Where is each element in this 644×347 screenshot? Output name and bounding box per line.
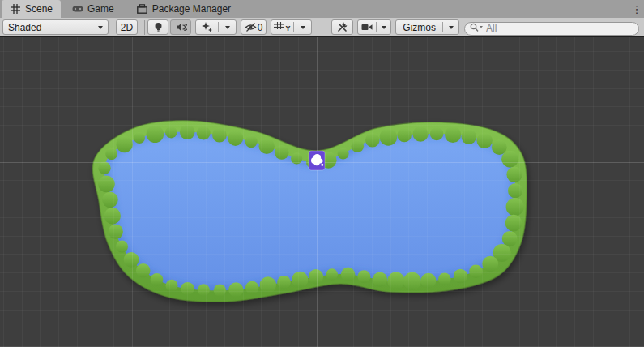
scene-lighting-button[interactable] xyxy=(147,19,168,35)
unity-scene-window: Scene Game Package Manager ⋮ Shaded 2D xyxy=(0,0,644,347)
chevron-down-icon xyxy=(98,26,103,29)
package-icon xyxy=(137,3,148,15)
lightbulb-icon xyxy=(152,21,164,33)
tab-scene[interactable]: Scene xyxy=(2,0,61,18)
eye-slash-icon xyxy=(245,22,257,32)
scene-viewport[interactable] xyxy=(0,37,644,347)
gizmos-dropdown[interactable]: Gizmos xyxy=(395,19,459,35)
effects-sparkle-icon xyxy=(201,21,213,33)
scene-audio-button[interactable] xyxy=(170,19,191,35)
toggle-2d-label: 2D xyxy=(121,22,133,33)
toggle-2d-button[interactable]: 2D xyxy=(116,19,138,35)
tab-game[interactable]: Game xyxy=(64,0,122,18)
gizmos-label: Gizmos xyxy=(403,22,436,33)
draw-mode-label: Shaded xyxy=(8,22,41,33)
gamepad-icon xyxy=(72,3,83,15)
scene-visibility-button[interactable]: 0 xyxy=(241,19,267,35)
chevron-down-icon xyxy=(449,26,454,29)
wrench-screwdriver-icon xyxy=(336,21,348,33)
window-menu-kebab-icon[interactable]: ⋮ xyxy=(629,0,644,18)
tab-scene-label: Scene xyxy=(25,3,53,15)
tool-settings-button[interactable] xyxy=(331,19,353,35)
scene-search xyxy=(464,20,639,34)
scene-camera-dropdown[interactable] xyxy=(357,19,391,35)
chevron-down-icon xyxy=(301,26,305,29)
hidden-object-count: 0 xyxy=(258,22,263,33)
tab-package-manager-label: Package Manager xyxy=(152,3,231,15)
grid-axis-letter: Y xyxy=(285,24,290,34)
grid-axis-icon xyxy=(274,22,284,32)
scene-search-input[interactable] xyxy=(464,22,639,36)
speaker-icon xyxy=(175,21,187,33)
scene-toolbar: Shaded 2D 0 Y xyxy=(0,18,644,37)
sprite-shape-gizmo-icon[interactable] xyxy=(309,151,325,170)
draw-mode-dropdown[interactable]: Shaded xyxy=(2,19,109,35)
grid-visibility-dropdown[interactable]: Y xyxy=(271,19,312,35)
scene-effects-dropdown[interactable] xyxy=(195,19,237,35)
chevron-down-icon xyxy=(382,26,386,29)
scene-grid-icon xyxy=(10,3,21,15)
tab-package-manager[interactable]: Package Manager xyxy=(129,0,239,18)
chevron-down-icon xyxy=(225,26,230,29)
tab-bar: Scene Game Package Manager ⋮ xyxy=(0,0,644,18)
camera-icon xyxy=(361,23,373,32)
tab-game-label: Game xyxy=(87,3,114,15)
